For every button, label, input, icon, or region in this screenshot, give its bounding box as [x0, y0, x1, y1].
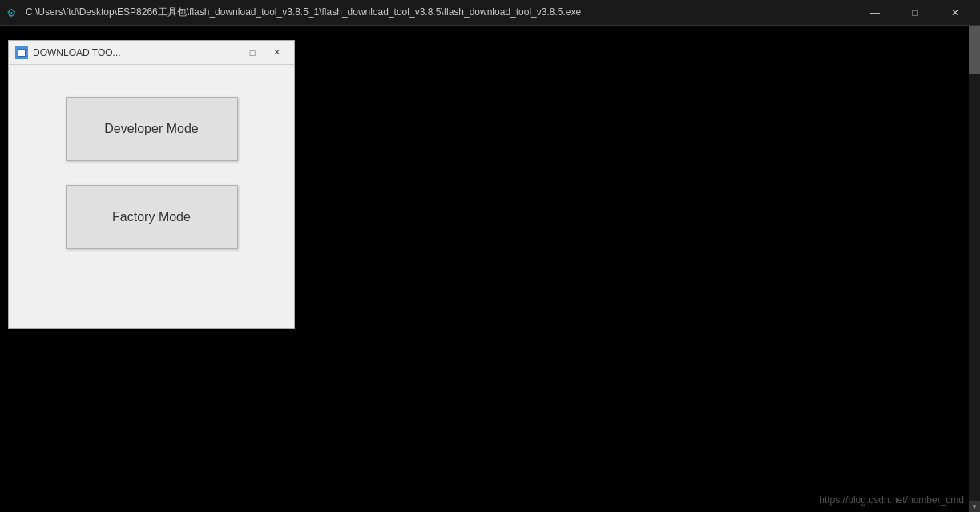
inner-window: DOWNLOAD TOO... — □ ✕ Developer Mode Fac… [8, 40, 295, 329]
watermark-text: https://blog.csdn.net/number_cmd [819, 494, 964, 506]
scrollbar-down-arrow[interactable]: ▼ [969, 501, 980, 512]
factory-mode-button[interactable]: Factory Mode [66, 185, 238, 249]
inner-minimize-button[interactable]: — [217, 45, 240, 61]
developer-mode-button[interactable]: Developer Mode [66, 97, 238, 161]
inner-maximize-button[interactable]: □ [241, 45, 264, 61]
outer-maximize-button[interactable]: □ [897, 0, 934, 26]
inner-window-controls: — □ ✕ [217, 45, 288, 61]
outer-close-button[interactable]: ✕ [937, 0, 974, 26]
inner-icon-graphic [18, 49, 26, 57]
scrollbar-thumb[interactable] [969, 26, 980, 74]
inner-content: Developer Mode Factory Mode [9, 65, 294, 281]
inner-close-button[interactable]: ✕ [265, 45, 288, 61]
outer-window-controls: — □ ✕ [857, 0, 974, 26]
inner-window-title: DOWNLOAD TOO... [33, 47, 217, 58]
outer-app-icon: ⚙ [6, 6, 19, 19]
outer-titlebar: ⚙ C:\Users\ftd\Desktop\ESP8266工具包\flash_… [0, 0, 980, 26]
inner-titlebar: DOWNLOAD TOO... — □ ✕ [9, 41, 294, 65]
outer-minimize-button[interactable]: — [857, 0, 893, 26]
inner-app-icon [15, 46, 28, 59]
outer-window-title: C:\Users\ftd\Desktop\ESP8266工具包\flash_do… [26, 6, 857, 19]
outer-scrollbar[interactable]: ▼ [969, 26, 980, 512]
outer-window: ⚙ C:\Users\ftd\Desktop\ESP8266工具包\flash_… [0, 0, 980, 512]
